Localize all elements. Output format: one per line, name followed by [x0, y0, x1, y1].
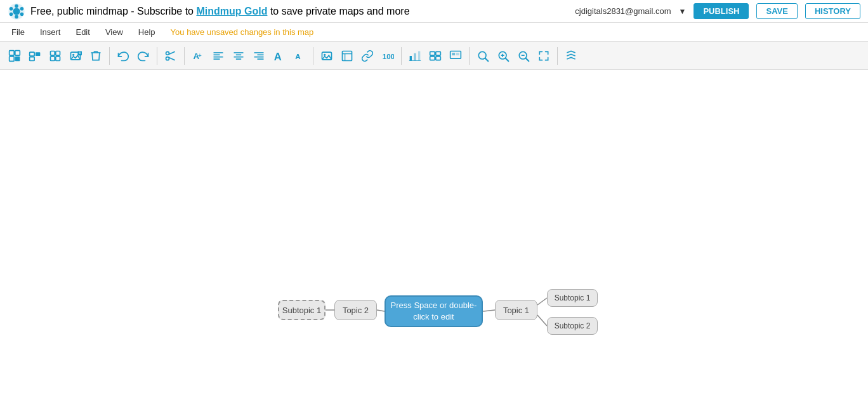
- svg-rect-51: [418, 51, 420, 60]
- search-button[interactable]: [473, 46, 492, 65]
- connectors-svg: [0, 70, 868, 418]
- style-button[interactable]: A+: [188, 46, 207, 65]
- font-smaller-button[interactable]: A: [290, 46, 309, 65]
- menu-file[interactable]: File: [5, 26, 31, 38]
- svg-rect-8: [10, 50, 15, 55]
- center-node[interactable]: Press Space or double-click to edit: [385, 295, 483, 327]
- toolbar-separator-6: [469, 47, 470, 65]
- svg-line-73: [537, 315, 547, 326]
- user-dropdown-icon[interactable]: ▼: [679, 7, 687, 16]
- svg-rect-55: [436, 51, 441, 55]
- toolbar-separator-2: [157, 47, 157, 65]
- svg-point-44: [324, 53, 326, 55]
- number-button[interactable]: 100: [378, 46, 397, 65]
- top-bar-left: Free, public mindmap - Subscribe to Mind…: [8, 3, 410, 20]
- fit-button[interactable]: [534, 46, 553, 65]
- frame-button[interactable]: [338, 46, 357, 65]
- svg-line-25: [169, 51, 175, 54]
- svg-rect-49: [410, 56, 412, 61]
- undo-button[interactable]: [114, 46, 133, 65]
- svg-point-23: [166, 51, 169, 55]
- svg-line-71: [483, 310, 495, 311]
- svg-rect-10: [10, 56, 15, 61]
- mindmap-canvas[interactable]: Press Space or double-click to edit Topi…: [0, 70, 868, 418]
- svg-point-3: [20, 7, 24, 11]
- align-left-button[interactable]: [209, 46, 228, 65]
- svg-point-2: [15, 4, 18, 8]
- image-button[interactable]: +: [66, 46, 85, 65]
- insert-image-button[interactable]: [317, 46, 336, 65]
- toolbar: + A+ A A 100: [0, 42, 868, 70]
- publish-button[interactable]: PUBLISH: [694, 3, 749, 19]
- svg-text:A: A: [274, 50, 282, 62]
- redo-button[interactable]: [134, 46, 153, 65]
- menu-insert[interactable]: Insert: [34, 26, 67, 38]
- zoom-out-button[interactable]: [514, 46, 533, 65]
- svg-point-7: [10, 7, 13, 11]
- top-bar: Free, public mindmap - Subscribe to Mind…: [0, 0, 868, 23]
- collapse-all-button[interactable]: [562, 46, 581, 65]
- svg-rect-11: [15, 56, 20, 61]
- analytics-button[interactable]: [405, 46, 424, 65]
- svg-rect-54: [430, 56, 435, 60]
- svg-point-5: [15, 15, 18, 18]
- align-center-button[interactable]: [229, 46, 248, 65]
- menu-bar: File Insert Edit View Help You have unsa…: [0, 23, 868, 42]
- toolbar-separator-4: [313, 47, 313, 65]
- toolbar-separator-5: [401, 47, 402, 65]
- menu-view[interactable]: View: [99, 26, 129, 38]
- svg-rect-15: [51, 51, 55, 55]
- add-child-button[interactable]: [5, 46, 24, 65]
- svg-text:A: A: [295, 52, 301, 60]
- toolbar-separator: [109, 47, 110, 65]
- svg-rect-16: [56, 51, 60, 55]
- top-bar-right: cjdigitals2831@gmail.com ▼ PUBLISH SAVE …: [575, 3, 860, 19]
- svg-point-6: [10, 12, 13, 16]
- svg-text:100: 100: [383, 52, 394, 60]
- subtopic2-right-node[interactable]: Subtopic 2: [547, 317, 598, 335]
- svg-line-72: [537, 298, 547, 305]
- svg-rect-45: [343, 51, 352, 60]
- presentation-button[interactable]: [446, 46, 465, 65]
- align-right-button[interactable]: [249, 46, 268, 65]
- svg-rect-58: [452, 53, 455, 55]
- subtopic1-right-node[interactable]: Subtopic 1: [547, 289, 598, 307]
- svg-rect-12: [30, 52, 35, 56]
- svg-line-26: [169, 57, 175, 60]
- svg-rect-9: [15, 50, 20, 55]
- subtopic1-left-node[interactable]: Subtopic 1: [278, 300, 326, 320]
- menu-edit[interactable]: Edit: [69, 26, 96, 38]
- topic2-node[interactable]: Topic 2: [334, 300, 377, 320]
- svg-point-24: [166, 57, 169, 60]
- svg-rect-53: [430, 51, 435, 55]
- menu-help[interactable]: Help: [132, 26, 162, 38]
- svg-rect-59: [456, 53, 459, 55]
- add-sibling-button[interactable]: [25, 46, 44, 65]
- banner-text: Free, public mindmap - Subscribe to Mind…: [30, 6, 410, 17]
- svg-point-20: [72, 53, 74, 55]
- filter-button[interactable]: [426, 46, 445, 65]
- svg-line-69: [377, 310, 385, 311]
- logo-icon: [8, 3, 25, 20]
- svg-line-67: [526, 58, 529, 61]
- svg-text:+: +: [79, 51, 81, 55]
- save-button[interactable]: SAVE: [756, 3, 797, 19]
- delete-button[interactable]: [86, 46, 105, 65]
- zoom-in-button[interactable]: [494, 46, 513, 65]
- svg-line-63: [506, 58, 509, 61]
- svg-line-61: [485, 58, 489, 61]
- svg-rect-18: [56, 56, 60, 60]
- unsaved-message: You have unsaved changes in this map: [171, 27, 314, 37]
- toolbar-separator-7: [557, 47, 558, 65]
- svg-text:+: +: [198, 52, 202, 59]
- font-larger-button[interactable]: A: [270, 46, 289, 65]
- history-button[interactable]: HISTORY: [805, 3, 860, 19]
- brand-link[interactable]: Mindmup Gold: [196, 6, 267, 17]
- toolbar-separator-3: [184, 47, 185, 65]
- scissors-button[interactable]: [161, 46, 180, 65]
- link-button[interactable]: [358, 46, 377, 65]
- svg-rect-14: [30, 57, 35, 60]
- svg-rect-17: [51, 56, 55, 60]
- collapse-button[interactable]: [46, 46, 65, 65]
- topic1-node[interactable]: Topic 1: [495, 300, 537, 320]
